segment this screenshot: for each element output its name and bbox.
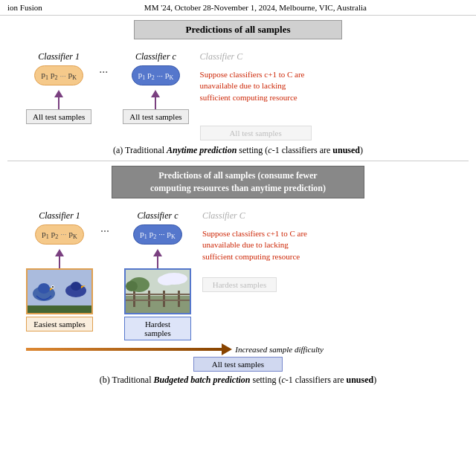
classifier-c-label-b: Classifier c [137, 210, 178, 221]
prob-c-p1: p1 [138, 70, 146, 81]
prob-c-pk: pK [165, 70, 173, 81]
prob-b-p1: p1 [42, 229, 49, 240]
arrow-area-c [151, 90, 160, 109]
main-content: Predictions of all samples Classifier 1 … [0, 16, 476, 395]
arrow-area-1 [54, 90, 63, 109]
prob-p2: p2 [51, 70, 58, 81]
caption-b: (b) Traditional Budgeted batch predictio… [7, 375, 469, 386]
classifier-C-grey-label-b: Classifier C [202, 210, 314, 221]
hardest-label: Hardest samples [124, 317, 191, 340]
arrow-shaft-c [155, 97, 156, 109]
grey-test-samples: All test samples [200, 126, 312, 140]
prob-p1: p1 [41, 70, 48, 81]
hardest-image-svg [126, 270, 191, 314]
prob-cb-dots: ··· [158, 230, 164, 239]
test-samples-box-1: All test samples [26, 109, 91, 124]
grey-hardest-samples: Hardest samples [202, 277, 277, 292]
section-divider [7, 161, 469, 161]
classifier-1-probs-b: p1 p2 ··· pK [35, 224, 84, 245]
svg-point-21 [158, 275, 176, 285]
test-samples-box-c: All test samples [123, 109, 188, 124]
prob-dots: ··· [60, 71, 65, 80]
prob-c-p2: p2 [147, 70, 155, 81]
svg-rect-15 [178, 291, 180, 307]
all-test-box-b: All test samples [193, 357, 283, 372]
page-container: ion Fusion MM '24, October 28-November 1… [0, 0, 476, 469]
svg-rect-17 [126, 300, 191, 301]
svg-point-19 [126, 281, 138, 291]
red-note-b: Suppose classifiers c+1 to C are unavail… [202, 228, 314, 262]
svg-point-7 [71, 282, 81, 291]
red-note-a: Suppose classifiers c+1 to C are unavail… [200, 69, 312, 103]
svg-rect-9 [28, 305, 93, 314]
classifier-1-block-b: Classifier 1 p1 p2 ··· pK [26, 210, 93, 331]
easiest-image-box [26, 268, 93, 314]
classifier-1-label-b: Classifier 1 [39, 210, 80, 221]
grey-classifier-section: Classifier C Suppose classifiers c+1 to … [200, 51, 312, 140]
prob-c-dots: ··· [157, 71, 163, 80]
section-a: Predictions of all samples Classifier 1 … [7, 20, 469, 156]
difficulty-label: Increased sample difficulty [235, 345, 324, 354]
easiest-label: Easiest samples [26, 317, 93, 331]
prob-b-p2: p2 [51, 229, 59, 240]
hardest-image-box [124, 268, 191, 314]
arrow-area-cb [153, 249, 162, 268]
arrow-area-1b [55, 249, 64, 268]
grey-classifier-section-b: Classifier C Suppose classifiers c+1 to … [202, 210, 314, 292]
easiest-image-svg [28, 270, 93, 314]
svg-rect-12 [133, 291, 135, 307]
svg-rect-11 [126, 296, 191, 314]
classifier-c-block: Classifier c p1 p2 ··· pK All test sampl… [123, 51, 188, 124]
arrow-shaft-cb [157, 256, 158, 268]
all-test-box-row: All test samples [7, 357, 469, 372]
dots-between-classifiers-b: ··· [93, 225, 117, 239]
prob-pk: pK [68, 70, 77, 81]
section-b: Predictions of all samples (consume fewe… [7, 166, 469, 386]
header-center: MM '24, October 28-November 1, 2024, Mel… [144, 3, 367, 12]
caption-a: (a) Traditional Anytime prediction setti… [7, 145, 469, 156]
classifier-c-probs: p1 p2 ··· pK [132, 65, 181, 85]
svg-point-2 [38, 283, 50, 294]
up-arrow-cb [153, 249, 162, 256]
prob-cb-pk: pK [167, 229, 175, 240]
header-left: ion Fusion [7, 3, 42, 12]
svg-point-5 [52, 286, 54, 288]
classifier-c-probs-b: p1 p2 ··· pK [133, 224, 182, 245]
difficulty-arrow [26, 348, 225, 351]
prob-cb-p2: p2 [149, 229, 157, 240]
classifier-1-label: Classifier 1 [38, 51, 80, 62]
predictions-box-a: Predictions of all samples [134, 20, 342, 39]
classifier-c-block-b: Classifier c p1 p2 ··· pK [124, 210, 191, 340]
svg-rect-16 [126, 294, 191, 295]
up-arrow-1b [55, 249, 64, 256]
up-arrow-c [151, 90, 160, 97]
difficulty-row: Increased sample difficulty [26, 345, 324, 354]
difficulty-arrowhead [222, 343, 232, 355]
svg-rect-14 [163, 291, 165, 307]
classifier-C-grey-label: Classifier C [200, 51, 312, 62]
classifier-1-block: Classifier 1 p1 p2 ··· pK All test sampl… [26, 51, 91, 124]
arrow-shaft-1b [59, 256, 60, 268]
svg-rect-13 [148, 291, 150, 307]
prob-b-dots: ··· [60, 230, 66, 239]
classifier-c-label: Classifier c [135, 51, 176, 62]
classifier-1-probs: p1 p2 ··· pK [34, 65, 83, 85]
dots-between-classifiers-a: ··· [91, 66, 115, 80]
up-arrow-1 [54, 90, 63, 97]
prob-cb-p1: p1 [140, 229, 147, 240]
arrow-shaft-1 [58, 97, 60, 109]
page-header: ion Fusion MM '24, October 28-November 1… [0, 0, 476, 16]
predictions-box-b: Predictions of all samples (consume fewe… [112, 166, 364, 198]
prob-b-pk: pK [68, 229, 77, 240]
